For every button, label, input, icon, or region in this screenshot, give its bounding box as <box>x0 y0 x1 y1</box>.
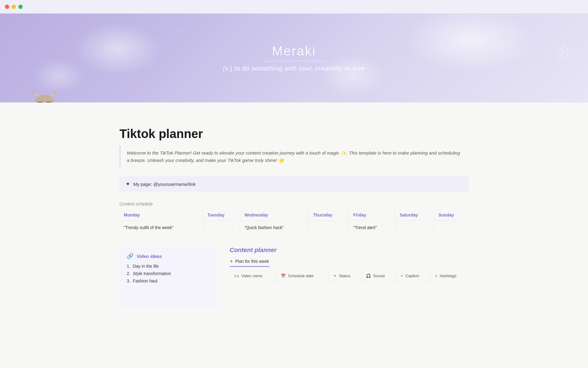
planner-table: Aa Video name 📅 Schedule date ✦ Status <box>230 270 469 282</box>
my-page-bar[interactable]: ✦ My page: @yourusername/link <box>119 176 469 192</box>
col-label-caption: Caption <box>405 274 419 278</box>
plan-tab-label: Plan for this week <box>235 259 269 264</box>
list-item: Fashion haul <box>127 278 210 283</box>
table-row: "Trendy outfit of the week" "Quick fashi… <box>119 221 469 235</box>
col-label-sound: Sound <box>373 274 385 278</box>
content-schedule-label: Content schedule <box>119 201 469 206</box>
planner-col-sound: 🎧 Sound <box>361 270 396 282</box>
hashtag-icon: # <box>435 274 437 278</box>
intro-text: Welcome to the TikTok Planner! Get ready… <box>127 150 460 163</box>
planner-col-caption: ≡ Caption <box>396 270 431 282</box>
svg-point-0 <box>560 55 562 57</box>
planner-col-videoname: Aa Video name <box>230 270 277 282</box>
minimize-button[interactable] <box>12 5 16 9</box>
cell-tuesday <box>203 221 240 235</box>
col-thursday: Thursday <box>309 209 349 221</box>
planner-header-row: Aa Video name 📅 Schedule date ✦ Status <box>230 270 469 282</box>
hero-banner: Meraki (v.) to do something with soul, c… <box>0 13 588 102</box>
close-button[interactable] <box>5 5 9 9</box>
col-label-videoname: Video name <box>241 274 262 278</box>
cat-mascot <box>28 87 61 102</box>
caption-icon: ≡ <box>401 274 403 278</box>
page-title: Tiktok planner <box>119 127 469 141</box>
text-icon: Aa <box>234 274 239 278</box>
planner-col-hashtags: # Hashtags <box>431 270 469 282</box>
bottom-section: 🔗 Video ideas Day in the life Style tran… <box>119 247 469 308</box>
col-label-hashtags: Hashtags <box>439 274 456 278</box>
status-icon: ✦ <box>333 274 337 278</box>
title-bar <box>0 0 588 13</box>
cell-monday: "Trendy outfit of the week" <box>119 221 203 235</box>
cell-friday: "Trend alert" <box>349 221 395 235</box>
col-sunday: Sunday <box>434 209 469 221</box>
cell-thursday <box>309 221 349 235</box>
content-planner-panel: Content planner ✦ Plan for this week Aa … <box>230 247 469 282</box>
video-ideas-panel: 🔗 Video ideas Day in the life Style tran… <box>119 247 217 308</box>
calendar-icon: 📅 <box>281 274 286 278</box>
video-ideas-header: 🔗 Video ideas <box>127 253 210 259</box>
list-item-text: Fashion haul <box>133 278 157 283</box>
col-label-scheduledate: Schedule date <box>288 274 314 278</box>
intro-quote: Welcome to the TikTok Planner! Get ready… <box>119 146 469 168</box>
plan-tab[interactable]: ✦ Plan for this week <box>230 259 269 267</box>
cell-saturday <box>395 221 434 235</box>
cell-sunday <box>434 221 469 235</box>
planner-col-scheduledate: 📅 Schedule date <box>277 270 329 282</box>
planner-col-status: ✦ Status <box>329 270 361 282</box>
page-content: Tiktok planner Welcome to the TikTok Pla… <box>95 127 493 308</box>
list-item-text: Day in the life <box>133 264 159 269</box>
col-monday: Monday <box>119 209 203 221</box>
video-ideas-list: Day in the life Style transformation Fas… <box>127 264 210 283</box>
headphones-icon: 🎧 <box>366 274 371 278</box>
list-item-text: Style transformation <box>133 271 171 276</box>
swirl-decoration <box>554 44 570 65</box>
cell-wednesday: "Quick fashion hack" <box>240 221 309 235</box>
crosshair-icon: ✦ <box>230 259 233 264</box>
my-page-text: My page: @yourusername/link <box>133 182 196 187</box>
col-wednesday: Wednesday <box>240 209 309 221</box>
schedule-header-row: Monday Tuesday Wednesday Thursday Friday… <box>119 209 469 221</box>
hero-title-underline <box>263 61 325 61</box>
hero-title: Meraki <box>272 44 316 59</box>
list-item: Style transformation <box>127 271 210 276</box>
list-item: Day in the life <box>127 264 210 269</box>
content-schedule-table: Monday Tuesday Wednesday Thursday Friday… <box>119 209 469 234</box>
sparkles-icon: ✦ <box>126 181 130 187</box>
paperclip-icon: 🔗 <box>127 253 134 259</box>
col-saturday: Saturday <box>395 209 434 221</box>
content-planner-title: Content planner <box>230 247 469 254</box>
col-friday: Friday <box>349 209 395 221</box>
maximize-button[interactable] <box>18 5 23 9</box>
hero-subtitle: (v.) to do something with soul, creativi… <box>223 65 365 72</box>
col-label-status: Status <box>339 274 350 278</box>
col-tuesday: Tuesday <box>203 209 240 221</box>
video-ideas-title: Video ideas <box>137 254 162 259</box>
